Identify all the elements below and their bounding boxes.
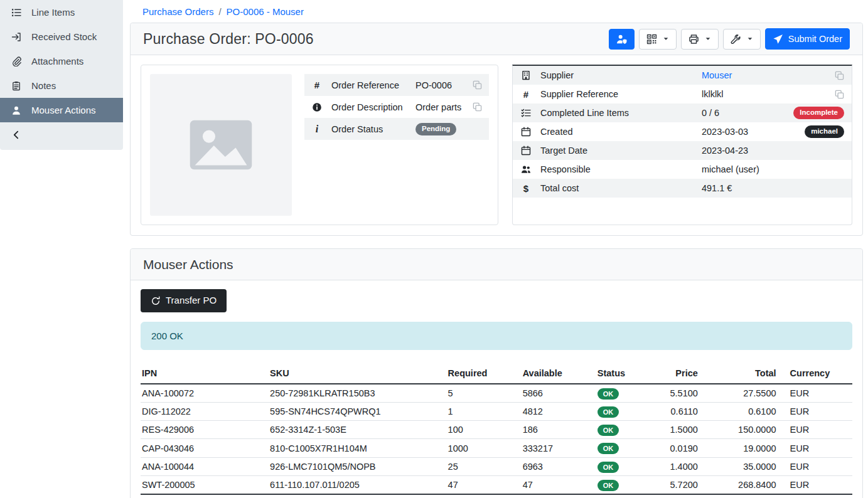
footer-total: 501.0000 bbox=[703, 494, 781, 498]
column-header-available: Available bbox=[522, 364, 596, 384]
detail-label: Supplier Reference bbox=[540, 89, 618, 99]
cell-price: 0.6110 bbox=[646, 403, 703, 421]
cell-status: OK bbox=[596, 384, 646, 403]
main-content: Purchase Orders/PO-0006 - Mouser Purchas… bbox=[123, 0, 868, 498]
sidebar-item-received-stock[interactable]: Received Stock bbox=[0, 24, 123, 49]
part-image-placeholder[interactable] bbox=[150, 74, 292, 216]
copy-button[interactable] bbox=[473, 80, 482, 90]
cell-price: 5.5100 bbox=[646, 384, 703, 403]
cell-status: OK bbox=[596, 439, 646, 457]
transfer-po-button[interactable]: Transfer PO bbox=[141, 289, 227, 312]
detail-row-actions: Incomplete bbox=[793, 107, 844, 119]
cell-status: OK bbox=[596, 457, 646, 475]
barcode-actions-button[interactable] bbox=[639, 29, 677, 50]
purchase-order-card: Purchase Order: PO-0006 Submit Order #Or… bbox=[130, 23, 863, 236]
detail-row-created: Created2023-03-03michael bbox=[513, 122, 852, 141]
column-header-required: Required bbox=[447, 364, 522, 384]
cell-available: 47 bbox=[522, 475, 596, 494]
copy-button[interactable] bbox=[835, 90, 844, 99]
detail-row-order-reference: #Order ReferencePO-0006 bbox=[304, 74, 489, 96]
detail-label: Order Description bbox=[331, 102, 403, 112]
cell-currency: EUR bbox=[781, 439, 852, 457]
caret-down-icon bbox=[747, 36, 753, 42]
detail-label-cell: Completed Line Items bbox=[520, 108, 702, 118]
chevron-left-icon bbox=[11, 130, 21, 140]
sidebar-collapse-button[interactable] bbox=[0, 122, 123, 147]
column-header-price: Price bbox=[646, 364, 703, 384]
table-row: RES-429006652-3314Z-1-503E100186OK1.5000… bbox=[141, 421, 852, 439]
mouser-actions-panel: Mouser Actions Transfer PO 200 OK IPNSKU… bbox=[130, 248, 863, 498]
status-badge: OK bbox=[597, 480, 619, 491]
detail-value-supplier[interactable]: Mouser bbox=[702, 70, 835, 80]
detail-row-actions bbox=[835, 71, 844, 80]
cell-price: 1.4000 bbox=[646, 457, 703, 475]
sidebar-item-line-items[interactable]: Line Items bbox=[0, 0, 123, 24]
cell-available: 186 bbox=[522, 421, 596, 439]
breadcrumb-separator: / bbox=[218, 6, 221, 17]
detail-label: Order Reference bbox=[331, 80, 399, 90]
sidebar-item-label: Notes bbox=[31, 80, 56, 91]
sidebar-item-attachments[interactable]: Attachments bbox=[0, 49, 123, 73]
cell-status: OK bbox=[596, 475, 646, 494]
detail-value-responsible: michael (user) bbox=[702, 164, 844, 174]
cell-currency: EUR bbox=[781, 457, 852, 475]
cell-sku: 250-72981KLRATR150B3 bbox=[269, 384, 447, 403]
table-row: ANA-100072250-72981KLRATR150B355866OK5.5… bbox=[141, 384, 852, 403]
user-admin-button[interactable] bbox=[609, 29, 635, 50]
clipboard-icon bbox=[11, 81, 22, 91]
sidebar-item-mouser-actions[interactable]: Mouser Actions bbox=[0, 98, 123, 122]
sidebar-item-notes[interactable]: Notes bbox=[0, 73, 123, 98]
detail-row-supplier: SupplierMouser bbox=[513, 66, 852, 85]
qr-icon bbox=[646, 34, 657, 45]
page-title: Purchase Order: PO-0006 bbox=[143, 31, 314, 48]
print-actions-button[interactable] bbox=[681, 29, 719, 50]
detail-row-supplier-reference: #Supplier Referencelklklkl bbox=[513, 85, 852, 103]
status-badge: OK bbox=[597, 462, 619, 473]
calendar-icon bbox=[520, 127, 532, 137]
detail-row-target-date: Target Date2023-04-23 bbox=[513, 141, 852, 160]
cell-currency: EUR bbox=[781, 384, 852, 403]
user-icon bbox=[11, 105, 22, 115]
cell-sku: 926-LMC7101QM5/NOPB bbox=[269, 457, 447, 475]
order-actions-button[interactable] bbox=[723, 29, 761, 50]
printer-icon bbox=[689, 34, 699, 45]
detail-label-cell: iOrder Status bbox=[311, 124, 415, 134]
send-icon bbox=[773, 34, 783, 45]
list-check-icon bbox=[520, 108, 532, 118]
cell-required: 25 bbox=[447, 457, 522, 475]
table-row: SWT-200005611-110.107.011/02054747OK5.72… bbox=[141, 475, 852, 494]
submit-order-button[interactable]: Submit Order bbox=[765, 28, 850, 50]
hash-icon: # bbox=[520, 90, 532, 99]
cell-available: 5866 bbox=[522, 384, 596, 403]
cell-ipn: SWT-200005 bbox=[141, 475, 269, 494]
refresh-icon bbox=[151, 296, 161, 306]
detail-label: Target Date bbox=[540, 146, 587, 156]
breadcrumb-link-po-0006-mouser[interactable]: PO-0006 - Mouser bbox=[227, 6, 304, 17]
cell-price: 5.7200 bbox=[646, 475, 703, 494]
table-row: CAP-043046810-C1005X7R1H104M1000333217OK… bbox=[141, 439, 852, 457]
copy-button[interactable] bbox=[473, 102, 482, 112]
detail-value-order-reference: PO-0006 bbox=[415, 80, 473, 90]
cell-available: 333217 bbox=[522, 439, 596, 457]
detail-row-actions bbox=[835, 90, 844, 99]
table-row: ANA-100044926-LMC7101QM5/NOPB256963OK1.4… bbox=[141, 457, 852, 475]
detail-value-supplier-reference: lklklkl bbox=[702, 89, 835, 99]
cell-sku: 652-3314Z-1-503E bbox=[269, 421, 447, 439]
detail-label: Total cost bbox=[540, 183, 579, 193]
caret-down-icon bbox=[663, 36, 669, 42]
detail-value-target-date: 2023-04-23 bbox=[702, 146, 844, 156]
breadcrumb-link-purchase-orders[interactable]: Purchase Orders bbox=[142, 6, 213, 17]
detail-label-cell: Created bbox=[520, 127, 702, 137]
toolbar: Submit Order bbox=[609, 28, 850, 50]
paperclip-icon bbox=[11, 56, 22, 66]
cell-required: 100 bbox=[447, 421, 522, 439]
line-items-table: IPNSKURequiredAvailableStatusPriceTotalC… bbox=[141, 364, 852, 498]
copy-button[interactable] bbox=[835, 71, 844, 80]
detail-value-order-status: Pending bbox=[415, 123, 482, 135]
cell-sku: 810-C1005X7R1H104M bbox=[269, 439, 447, 457]
detail-row-order-status: iOrder StatusPending bbox=[304, 118, 489, 140]
line-items-table-head: IPNSKURequiredAvailableStatusPriceTotalC… bbox=[141, 364, 852, 384]
cell-total: 268.8400 bbox=[703, 475, 781, 494]
sidebar: Line ItemsReceived StockAttachmentsNotes… bbox=[0, 0, 123, 150]
cell-ipn: ANA-100072 bbox=[141, 384, 269, 403]
